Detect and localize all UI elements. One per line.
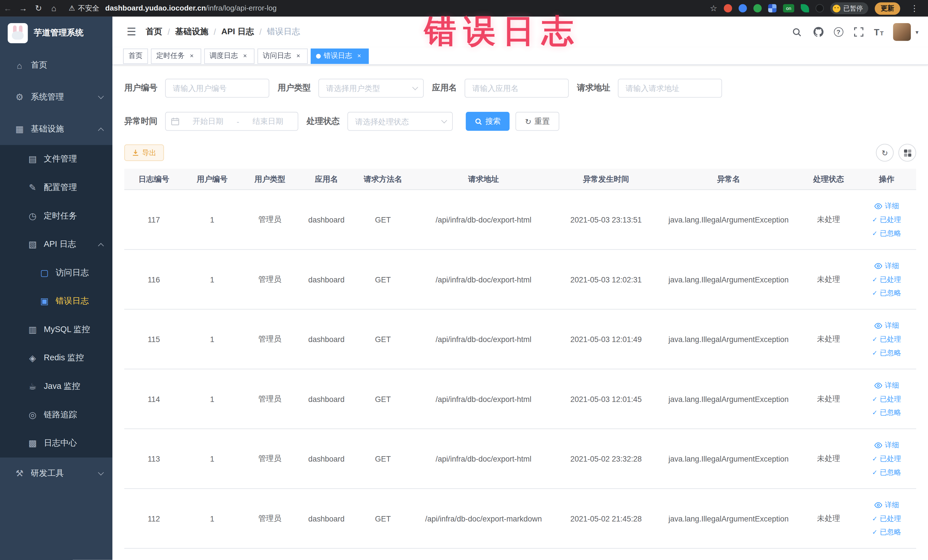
tab-job[interactable]: 定时任务 × xyxy=(151,48,201,64)
help-icon[interactable]: ? xyxy=(833,27,843,37)
browser-update-button[interactable]: 更新 xyxy=(875,2,900,15)
cell-actions: 详细 ✓ 已处理 ✓ 已忽略 xyxy=(857,380,916,418)
bookmark-star-icon[interactable]: ☆ xyxy=(710,3,717,13)
ignored-link[interactable]: ✓ 已忽略 xyxy=(872,407,901,417)
reload-icon[interactable]: ↻ xyxy=(31,3,46,13)
sidebar-item-label: 首页 xyxy=(31,60,47,70)
extension-icon-grid[interactable] xyxy=(768,4,777,12)
tab-label: 定时任务 xyxy=(156,51,185,61)
detail-link[interactable]: 详细 xyxy=(874,320,899,330)
request-url-input[interactable] xyxy=(618,79,722,98)
sidebar-logo[interactable]: 芋道管理系统 xyxy=(0,17,112,49)
profile-paused-label: 已暂停 xyxy=(843,4,863,12)
breadcrumb-api-log[interactable]: API 日志 xyxy=(221,26,254,37)
close-icon[interactable]: × xyxy=(241,52,249,60)
sidebar-item-job[interactable]: ◷ 定时任务 xyxy=(0,202,112,230)
extension-icon-green[interactable] xyxy=(753,4,762,12)
forward-icon[interactable]: → xyxy=(15,3,31,13)
cell-app-name: dashboard xyxy=(299,335,354,343)
table-row: 113 1 管理员 dashboard GET /api/infra/db-do… xyxy=(124,429,916,489)
processed-link[interactable]: ✓ 已处理 xyxy=(872,215,901,224)
cell-log-id: 115 xyxy=(124,335,183,343)
ignored-link[interactable]: ✓ 已忽略 xyxy=(872,228,901,238)
sidebar-item-trace[interactable]: ◎ 链路追踪 xyxy=(0,401,112,429)
cell-request-url: /api/infra/db-doc/export-html xyxy=(412,335,555,343)
search-button[interactable]: 搜索 xyxy=(466,112,510,131)
ignored-link[interactable]: ✓ 已忽略 xyxy=(872,467,901,477)
sidebar-item-system[interactable]: ⚙ 系统管理 xyxy=(0,81,112,113)
sidebar-item-error-log[interactable]: ▣ 错误日志 xyxy=(0,287,112,316)
cell-user-id: 1 xyxy=(183,215,241,224)
profile-paused-badge[interactable]: 已暂停 xyxy=(830,2,868,14)
sidebar-item-home[interactable]: ⌂ 首页 xyxy=(0,49,112,81)
sidebar-item-dev-tools[interactable]: ⚒ 研发工具 xyxy=(0,458,112,490)
sidebar-item-config[interactable]: ✎ 配置管理 xyxy=(0,174,112,202)
sidebar-item-infra[interactable]: ▦ 基础设施 xyxy=(0,113,112,145)
github-icon[interactable] xyxy=(812,26,824,38)
ignored-link[interactable]: ✓ 已忽略 xyxy=(872,288,901,298)
close-icon[interactable]: × xyxy=(355,52,363,60)
processed-link[interactable]: ✓ 已处理 xyxy=(872,275,901,284)
sidebar-item-redis[interactable]: ◈ Redis 监控 xyxy=(0,344,112,372)
tab-error-log[interactable]: 错误日志 × xyxy=(311,48,369,64)
breadcrumb-home[interactable]: 首页 xyxy=(146,26,162,37)
tab-job-log[interactable]: 调度日志 × xyxy=(204,48,255,64)
column-settings-button[interactable] xyxy=(898,144,916,162)
sidebar-item-access-log[interactable]: ▢ 访问日志 xyxy=(0,259,112,287)
browser-menu-icon[interactable]: ⋮ xyxy=(907,3,922,13)
processed-link[interactable]: ✓ 已处理 xyxy=(872,394,901,404)
avatar[interactable] xyxy=(893,23,911,41)
chevron-down-icon[interactable]: ▾ xyxy=(916,29,918,35)
processed-link[interactable]: ✓ 已处理 xyxy=(872,514,901,523)
tab-home[interactable]: 首页 xyxy=(123,48,148,64)
address-bar[interactable]: dashboard.yudao.iocoder.cn/infra/log/api… xyxy=(105,4,277,12)
tags-view: 首页 定时任务 × 调度日志 × 访问日志 × 错误日志 × xyxy=(112,47,928,65)
sidebar-item-mysql[interactable]: ▥ MySQL 监控 xyxy=(0,316,112,344)
cell-time: 2021-05-03 23:13:51 xyxy=(555,215,657,224)
cell-log-id: 116 xyxy=(124,275,183,284)
detail-link[interactable]: 详细 xyxy=(874,201,899,211)
detail-link-label: 详细 xyxy=(885,380,899,390)
ignored-link-label: 已忽略 xyxy=(880,407,901,417)
cell-status: 未处理 xyxy=(800,274,857,285)
cell-actions: 详细 ✓ 已处理 ✓ 已忽略 xyxy=(857,500,916,537)
sidebar-item-log-center[interactable]: ▩ 日志中心 xyxy=(0,429,112,458)
extension-icon-red[interactable] xyxy=(724,4,732,12)
refresh-button[interactable]: ↻ xyxy=(876,144,893,162)
status-select[interactable] xyxy=(348,112,453,131)
export-button[interactable]: 导出 xyxy=(124,144,164,161)
detail-link[interactable]: 详细 xyxy=(874,500,899,510)
detail-link[interactable]: 详细 xyxy=(874,380,899,390)
back-icon[interactable]: ← xyxy=(0,3,15,13)
fullscreen-icon[interactable] xyxy=(853,26,864,38)
sidebar-item-api-log[interactable]: ▧ API 日志 xyxy=(0,230,112,259)
user-id-input[interactable] xyxy=(165,79,269,98)
browser-home-icon[interactable]: ⌂ xyxy=(46,3,62,13)
processed-link[interactable]: ✓ 已处理 xyxy=(872,453,901,464)
detail-link[interactable]: 详细 xyxy=(874,261,899,271)
sidebar-item-java[interactable]: ☕ Java 监控 xyxy=(0,372,112,401)
processed-link[interactable]: ✓ 已处理 xyxy=(872,334,901,344)
extension-icon-blue[interactable] xyxy=(739,4,747,12)
tab-access-log[interactable]: 访问日志 × xyxy=(257,48,308,64)
extension-icon-leaf[interactable] xyxy=(801,4,809,12)
date-range-picker[interactable]: 开始日期 - 结束日期 xyxy=(165,112,298,131)
extension-icon-paw[interactable] xyxy=(816,4,824,12)
search-icon[interactable] xyxy=(791,26,803,38)
reset-button[interactable]: ↻ 重置 xyxy=(516,112,559,131)
user-type-select[interactable] xyxy=(318,79,424,98)
site-security-chip[interactable]: ⚠ 不安全 xyxy=(69,3,99,13)
sidebar-item-file[interactable]: ▤ 文件管理 xyxy=(0,145,112,174)
ignored-link[interactable]: ✓ 已忽略 xyxy=(872,527,901,537)
sidebar-toggle-icon[interactable]: ☰ xyxy=(122,25,141,38)
ignored-link[interactable]: ✓ 已忽略 xyxy=(872,348,901,358)
close-icon[interactable]: × xyxy=(188,52,196,60)
font-size-icon[interactable]: TT xyxy=(874,27,884,37)
cell-time: 2021-05-02 23:32:28 xyxy=(555,454,657,463)
detail-link[interactable]: 详细 xyxy=(874,440,899,450)
app-name-input[interactable] xyxy=(465,79,569,98)
breadcrumb-infra[interactable]: 基础设施 xyxy=(175,26,208,37)
extension-icon-on-badge[interactable]: on xyxy=(783,4,794,12)
close-icon[interactable]: × xyxy=(294,52,302,60)
cell-method: GET xyxy=(354,275,412,284)
